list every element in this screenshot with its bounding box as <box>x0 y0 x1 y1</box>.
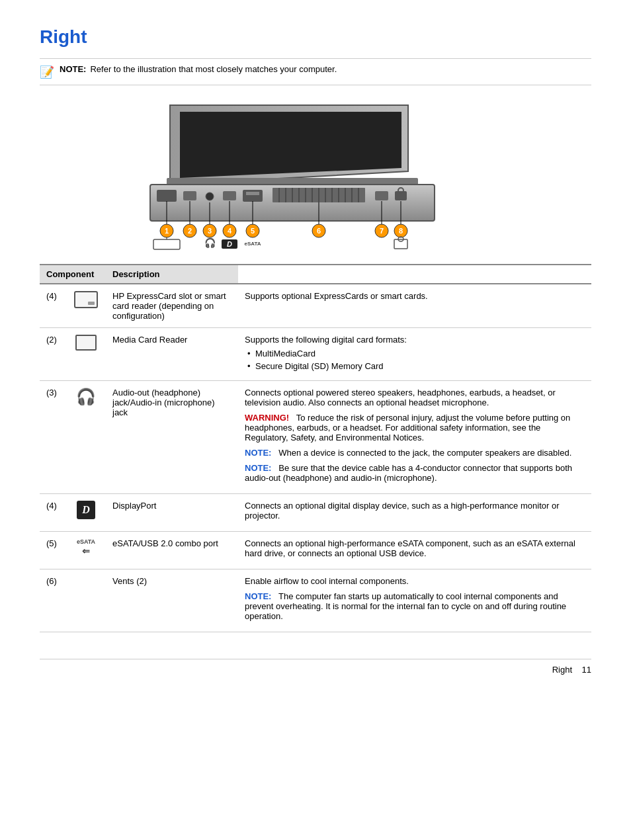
note-bar: 📝 NOTE:Refer to the illustration that mo… <box>40 58 591 85</box>
svg-text:8: 8 <box>399 227 403 235</box>
table-row: (3) 🎧 Audio-out (headphone) jack/Audio-i… <box>40 381 591 494</box>
desc-note: NOTE: When a device is connected to the … <box>245 448 585 458</box>
svg-text:D: D <box>227 240 232 248</box>
bullet-item: MultiMediaCard <box>245 349 585 358</box>
footer-text: Right <box>552 665 572 675</box>
col-header-description: Description <box>106 265 238 284</box>
page-title: Right <box>40 26 591 48</box>
row-icon <box>66 284 106 328</box>
row-icon: 🎧 <box>66 381 106 494</box>
svg-text:7: 7 <box>380 227 384 235</box>
svg-text:2: 2 <box>188 227 192 235</box>
row-name: Media Card Reader <box>106 328 238 381</box>
footer-page: 11 <box>582 665 591 675</box>
svg-text:eSATA: eSATA <box>244 241 261 247</box>
row-name: Audio-out (headphone) jack/Audio-in (mic… <box>106 381 238 494</box>
row-description: Connects an optional digital display dev… <box>238 494 591 532</box>
row-description: Supports the following digital card form… <box>238 328 591 381</box>
svg-rect-51 <box>153 239 180 249</box>
table-row: (4) HP ExpressCard slot or smart card re… <box>40 284 591 328</box>
note-text: Refer to the illustration that most clos… <box>90 64 337 74</box>
row-description: Connects an optional high-performance eS… <box>238 532 591 569</box>
row-num: (4) <box>40 284 66 328</box>
laptop-illustration: 1 2 3 4 5 6 7 8 D <box>40 99 591 251</box>
note-icon: 📝 <box>40 65 54 79</box>
row-icon: eSATA ⇐ <box>66 532 106 569</box>
row-icon <box>66 569 106 632</box>
desc-note: NOTE: Be sure that the device cable has … <box>245 463 585 483</box>
svg-rect-8 <box>243 190 263 202</box>
row-num: (3) <box>40 381 66 494</box>
table-row: (4) D DisplayPort Connects an optional d… <box>40 494 591 532</box>
component-table: Component Description (4) HP ExpressCard… <box>40 264 591 632</box>
row-icon: D <box>66 494 106 532</box>
svg-marker-1 <box>180 112 401 178</box>
row-description: Connects optional powered stereo speaker… <box>238 381 591 494</box>
svg-text:🎧: 🎧 <box>204 237 216 249</box>
desc-warning: WARNING! To reduce the risk of personal … <box>245 413 585 442</box>
bullet-item: Secure Digital (SD) Memory Card <box>245 361 585 371</box>
svg-text:5: 5 <box>251 227 255 235</box>
desc-text: Connects optional powered stereo speaker… <box>245 388 585 407</box>
row-description: Supports optional ExpressCards or smart … <box>238 284 591 328</box>
desc-text: Supports the following digital card form… <box>245 335 585 345</box>
note-inline-label: NOTE: <box>245 448 271 458</box>
note-inline-label: NOTE: <box>245 591 271 601</box>
row-num: (4) <box>40 494 66 532</box>
desc-text: Connects an optional digital display dev… <box>245 501 585 521</box>
svg-rect-56 <box>394 239 407 249</box>
desc-text: Enable airflow to cool internal componen… <box>245 576 585 586</box>
warning-label: WARNING! <box>245 413 289 423</box>
row-name: eSATA/USB 2.0 combo port <box>106 532 238 569</box>
row-name: DisplayPort <box>106 494 238 532</box>
svg-rect-7 <box>223 191 236 200</box>
note-inline-label: NOTE: <box>245 463 271 473</box>
desc-bullets: MultiMediaCardSecure Digital (SD) Memory… <box>245 349 585 371</box>
row-description: Enable airflow to cool internal componen… <box>238 569 591 632</box>
row-name: Vents (2) <box>106 569 238 632</box>
svg-text:4: 4 <box>228 227 232 235</box>
col-header-component: Component <box>40 265 106 284</box>
laptop-svg: 1 2 3 4 5 6 7 8 D <box>130 99 501 251</box>
svg-text:1: 1 <box>165 227 169 235</box>
desc-text: Connects an optional high-performance eS… <box>245 538 585 558</box>
note-label: NOTE: <box>60 64 86 74</box>
svg-rect-24 <box>375 191 388 200</box>
footer: Right 11 <box>40 659 591 675</box>
svg-rect-4 <box>157 190 177 202</box>
row-num: (6) <box>40 569 66 632</box>
row-icon <box>66 328 106 381</box>
svg-text:3: 3 <box>208 227 212 235</box>
row-num: (2) <box>40 328 66 381</box>
svg-text:6: 6 <box>317 227 321 235</box>
table-row: (6) Vents (2) Enable airflow to cool int… <box>40 569 591 632</box>
svg-point-6 <box>206 192 214 200</box>
desc-text: Supports optional ExpressCards or smart … <box>245 291 585 301</box>
desc-note: NOTE: The computer fan starts up automat… <box>245 591 585 621</box>
svg-rect-5 <box>183 191 196 200</box>
table-row: (5) eSATA ⇐ eSATA/USB 2.0 combo port Con… <box>40 532 591 569</box>
svg-rect-9 <box>246 192 259 195</box>
row-name: HP ExpressCard slot or smart card reader… <box>106 284 238 328</box>
row-num: (5) <box>40 532 66 569</box>
table-row: (2) Media Card Reader Supports the follo… <box>40 328 591 381</box>
